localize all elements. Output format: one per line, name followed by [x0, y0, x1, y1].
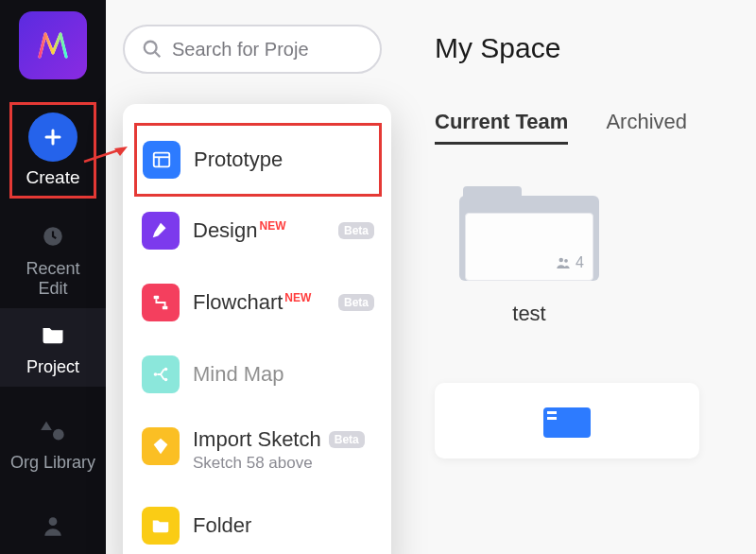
- nav-profile[interactable]: [0, 499, 106, 552]
- search-input[interactable]: Search for Proje: [123, 25, 382, 74]
- folder-count: 4: [576, 254, 584, 271]
- project-card[interactable]: [435, 383, 699, 459]
- prototype-label: Prototype: [194, 147, 283, 172]
- folder-name: test: [435, 302, 624, 326]
- svg-line-6: [155, 52, 161, 58]
- main-content: My Space Current Team Archived 4 test: [399, 0, 756, 554]
- prototype-icon: [143, 141, 180, 179]
- design-new-badge: NEW: [259, 219, 285, 233]
- app-logo[interactable]: [19, 11, 87, 79]
- svg-point-5: [145, 42, 157, 54]
- left-nav-rail: Create Recent Edit Project Org Library: [0, 0, 106, 554]
- tabs: Current Team Archived: [435, 110, 752, 145]
- annotation-arrow: [80, 147, 128, 165]
- search-placeholder: Search for Proje: [172, 39, 309, 61]
- create-label: Create: [26, 167, 79, 188]
- import-sketch-label: Import Sketch: [193, 427, 321, 452]
- middle-panel: Search for Proje Prototype DesignNEW Bet…: [106, 0, 399, 554]
- menu-mindmap[interactable]: Mind Map: [136, 338, 380, 410]
- svg-point-15: [559, 258, 564, 263]
- recent-label-2: Edit: [38, 279, 67, 299]
- svg-rect-19: [547, 417, 557, 420]
- folder-card[interactable]: 4 test: [435, 186, 624, 326]
- svg-rect-7: [154, 153, 170, 167]
- logo-icon: [32, 25, 74, 66]
- recent-label-1: Recent: [26, 259, 79, 279]
- import-sketch-beta-badge: Beta: [329, 431, 365, 448]
- search-icon: [142, 39, 163, 60]
- shapes-icon: [36, 413, 70, 447]
- menu-folder[interactable]: Folder: [136, 490, 380, 554]
- mindmap-label: Mind Map: [193, 362, 284, 387]
- svg-point-12: [154, 372, 158, 376]
- tab-current-team[interactable]: Current Team: [435, 110, 568, 145]
- tab-archived[interactable]: Archived: [606, 110, 687, 145]
- create-button[interactable]: Create: [16, 109, 89, 192]
- svg-rect-11: [163, 306, 168, 310]
- folder-icon: [36, 318, 70, 352]
- create-dropdown: Prototype DesignNEW Beta FlowchartNEW Be…: [123, 104, 391, 554]
- svg-rect-10: [154, 296, 160, 300]
- folder-member-count: 4: [555, 254, 584, 271]
- org-label: Org Library: [10, 453, 95, 473]
- design-label: Design: [193, 218, 257, 242]
- svg-point-13: [164, 368, 168, 372]
- svg-point-2: [49, 517, 58, 526]
- nav-org-library[interactable]: Org Library: [0, 404, 106, 482]
- nav-project[interactable]: Project: [0, 308, 106, 387]
- plus-icon: [28, 113, 77, 162]
- svg-point-16: [564, 259, 568, 263]
- nav-recent-edit[interactable]: Recent Edit: [0, 210, 106, 308]
- svg-line-3: [84, 150, 118, 162]
- project-label: Project: [26, 357, 79, 377]
- import-sketch-subtitle: Sketch 58 above: [193, 454, 374, 473]
- sketch-icon: [142, 427, 180, 465]
- svg-rect-18: [547, 411, 557, 414]
- flowchart-new-badge: NEW: [284, 291, 311, 304]
- person-icon: [36, 509, 70, 543]
- flowchart-beta-badge: Beta: [338, 294, 374, 311]
- clock-icon: [36, 219, 70, 253]
- folder-label: Folder: [193, 513, 251, 538]
- menu-prototype[interactable]: Prototype: [134, 123, 382, 197]
- flowchart-label: Flowchart: [193, 290, 283, 314]
- flowchart-icon: [142, 284, 180, 321]
- menu-import-sketch[interactable]: Import Sketch Beta Sketch 58 above: [136, 410, 380, 490]
- page-title: My Space: [435, 32, 752, 64]
- folder-thumbnail: 4: [459, 186, 599, 281]
- pen-icon: [142, 212, 180, 250]
- project-thumbnail-icon: [534, 404, 600, 438]
- svg-point-1: [53, 429, 64, 441]
- menu-design[interactable]: DesignNEW Beta: [136, 195, 380, 267]
- svg-point-14: [164, 378, 168, 382]
- people-icon: [555, 254, 572, 271]
- design-beta-badge: Beta: [338, 222, 374, 239]
- folder-icon: [142, 507, 180, 545]
- menu-flowchart[interactable]: FlowchartNEW Beta: [136, 267, 380, 338]
- mindmap-icon: [142, 355, 180, 393]
